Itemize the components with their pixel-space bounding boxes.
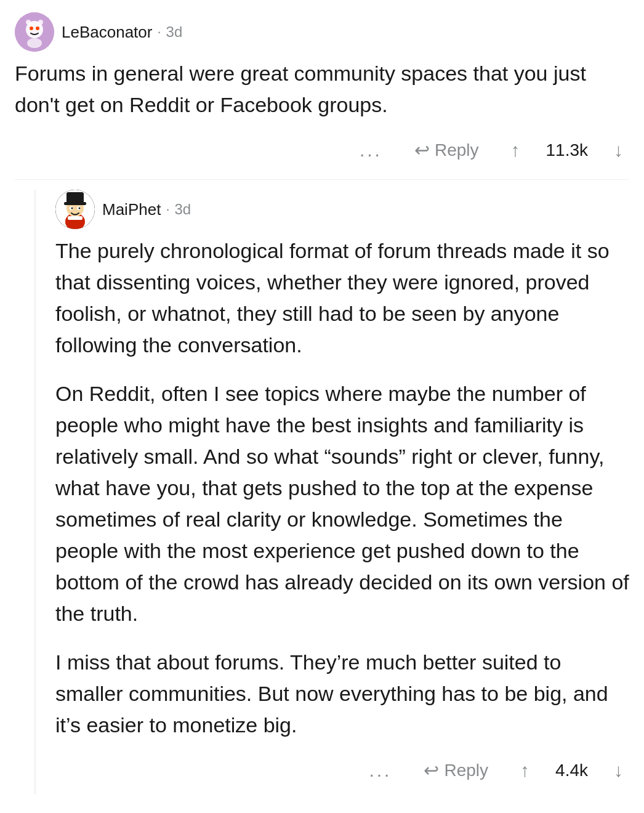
comment-paragraph-3: I miss that about forums. They’re much b… [55, 647, 629, 741]
avatar-image [55, 190, 95, 229]
reply-button[interactable]: ↩ Reply [417, 756, 494, 785]
reply-icon: ↩ [424, 759, 439, 781]
ellipsis-icon: ... [369, 760, 392, 781]
downvote-icon: ↓ [614, 140, 623, 161]
more-button[interactable]: ... [363, 756, 398, 785]
svg-rect-11 [66, 192, 84, 203]
comment-header: MaiPhet · 3d [55, 190, 629, 229]
comment-paragraph-2: On Reddit, often I see topics where mayb… [55, 378, 629, 629]
svg-rect-16 [68, 216, 83, 220]
comment-lebaconator: LeBaconator · 3d Forums in general were … [15, 12, 629, 174]
username-row: MaiPhet · 3d [102, 200, 191, 219]
comment-actions: ... ↩ Reply ↑ 11.3k ↓ [15, 131, 629, 174]
comment-body: Forums in general were great community s… [15, 58, 629, 121]
svg-point-3 [38, 20, 43, 25]
comments-container: LeBaconator · 3d Forums in general were … [0, 0, 644, 795]
downvote-icon: ↓ [614, 760, 623, 781]
dot-separator: · [157, 24, 161, 40]
svg-point-14 [71, 208, 73, 209]
downvote-button[interactable]: ↓ [608, 756, 629, 785]
more-button[interactable]: ... [353, 136, 388, 164]
svg-point-15 [79, 208, 81, 209]
comment-paragraph-1: The purely chronological format of forum… [55, 235, 629, 361]
reply-button[interactable]: ↩ Reply [408, 136, 485, 164]
divider [15, 179, 629, 180]
svg-point-2 [26, 20, 31, 25]
reply-icon: ↩ [414, 139, 430, 161]
timestamp: 3d [166, 23, 183, 41]
upvote-icon: ↑ [511, 140, 520, 161]
username-row: LeBaconator · 3d [62, 23, 182, 42]
dot-separator: · [166, 201, 169, 217]
vote-count: 4.4k [555, 761, 588, 780]
avatar [15, 12, 54, 52]
avatar-image [15, 12, 54, 52]
svg-point-4 [30, 26, 33, 30]
upvote-button[interactable]: ↑ [514, 756, 536, 785]
upvote-icon: ↑ [520, 760, 529, 781]
username[interactable]: LeBaconator [62, 23, 152, 42]
comment-maiphet: MaiPhet · 3d The purely chronological fo… [34, 190, 629, 795]
vote-count: 11.3k [546, 140, 589, 160]
username[interactable]: MaiPhet [102, 200, 161, 219]
ellipsis-icon: ... [360, 140, 382, 161]
downvote-button[interactable]: ↓ [608, 136, 629, 164]
avatar [55, 190, 95, 229]
svg-point-6 [27, 38, 42, 48]
svg-point-5 [36, 26, 39, 30]
upvote-button[interactable]: ↑ [505, 136, 526, 164]
reply-label: Reply [444, 761, 488, 780]
comment-header: LeBaconator · 3d [15, 12, 629, 52]
reply-label: Reply [435, 140, 479, 160]
comment-actions: ... ↩ Reply ↑ 4.4k ↓ [55, 751, 629, 795]
timestamp: 3d [175, 201, 191, 218]
comment-body: The purely chronological format of forum… [55, 235, 629, 741]
comment-text: Forums in general were great community s… [15, 58, 629, 121]
